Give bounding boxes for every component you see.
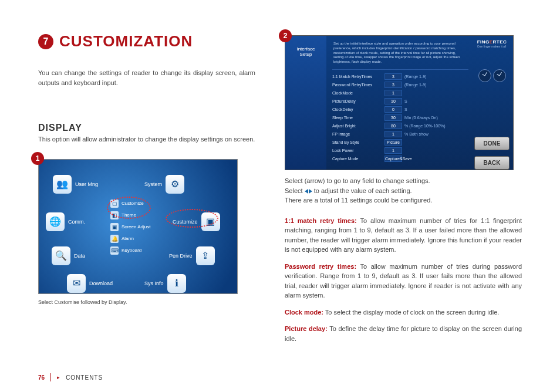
setting-label: PictureDelay bbox=[332, 99, 382, 103]
setting-note: % Both show bbox=[404, 132, 429, 136]
screenshot-2-main: Set up the initial interface style and o… bbox=[326, 36, 471, 170]
select-instructions: Select (arrow) to go to any field to cha… bbox=[285, 176, 522, 205]
setting-value[interactable]: 3 bbox=[384, 82, 402, 88]
menu-label: Data bbox=[74, 253, 85, 259]
menu-label: Sys Info bbox=[144, 281, 164, 286]
screenshot-1: 👥 User Mng System ⚙ 🌐 Comm. Customize ▣ … bbox=[38, 159, 238, 294]
gear-icon: ⚙ bbox=[166, 175, 184, 194]
settings-row: Adjust Bright80% (Range 10%-100%) bbox=[332, 123, 468, 129]
setting-value[interactable]: 80 bbox=[384, 123, 402, 129]
page-footer: 76 ▸ CONTENTS bbox=[0, 373, 560, 381]
info-icon: ℹ bbox=[167, 274, 186, 293]
highlight-ring-icon bbox=[166, 209, 218, 228]
clock-icon bbox=[478, 69, 491, 82]
settings-row: Stand By StylePicture bbox=[332, 139, 468, 146]
setting-label: FP Image bbox=[332, 132, 382, 136]
select-line-3: There are a total of 11 settings could b… bbox=[285, 197, 432, 204]
brand-tagline: One finger makes it all bbox=[477, 45, 507, 48]
setting-value[interactable]: 10 bbox=[384, 98, 402, 104]
para-clock-mode: Clock mode: To select the display mode o… bbox=[285, 307, 522, 317]
contents-link[interactable]: CONTENTS bbox=[66, 374, 103, 381]
settings-row: Capture ModeCapture&Save bbox=[332, 156, 468, 162]
setting-note: % (Range 10%-100%) bbox=[404, 124, 446, 128]
settings-row: Sleep Time30Min (0 Always On) bbox=[332, 114, 468, 121]
magnifier-icon: 🔍 bbox=[52, 246, 70, 265]
brand-logo: FINGERTEC bbox=[477, 39, 507, 45]
setting-label: Sleep Time bbox=[332, 116, 382, 120]
setting-label: ClockDelay bbox=[332, 107, 382, 111]
setting-note: Min (0 Always On) bbox=[404, 116, 438, 120]
settings-row: 1:1 Match RetryTimes3(Range 1-9) bbox=[332, 73, 468, 80]
para-label: Picture delay: bbox=[285, 325, 328, 332]
screen-icon: ▣ bbox=[110, 223, 119, 231]
chapter-title: CUSTOMIZATION bbox=[59, 32, 193, 50]
setting-value[interactable]: 1 bbox=[384, 90, 402, 96]
globe-icon: 🌐 bbox=[46, 212, 65, 231]
setting-value[interactable]: Picture bbox=[384, 139, 402, 146]
settings-row: Password RetryTimes3(Range 1-9) bbox=[332, 82, 468, 88]
select-line-1: Select (arrow) to go to any field to cha… bbox=[285, 177, 430, 184]
keyboard-icon: ⌨ bbox=[110, 246, 119, 255]
para-match-retry: 1:1 match retry times: To allow maximum … bbox=[285, 216, 522, 255]
submenu-label: Screen Adjust bbox=[122, 224, 150, 229]
para-label: Password retry times: bbox=[285, 263, 356, 270]
setting-label: Lock Power bbox=[332, 148, 382, 153]
screenshot-2-description: Set up the initial interface style and o… bbox=[332, 39, 468, 70]
select-line-2a: Select bbox=[285, 187, 305, 194]
caret-right-icon: ▸ bbox=[57, 374, 60, 380]
arrow-left-right-icon bbox=[305, 189, 312, 194]
setting-note: S bbox=[404, 107, 407, 111]
step-2-badge: 2 bbox=[279, 29, 292, 42]
screenshot-1-wrap: 1 👥 User Mng System ⚙ 🌐 Comm. Customize … bbox=[38, 159, 255, 319]
menu-item-system: System ⚙ bbox=[144, 175, 184, 194]
select-line-2b: to adjust the value of each setting. bbox=[314, 187, 412, 194]
screenshot-2-wrap: 2 Interface Setup Set up the initial int… bbox=[285, 35, 522, 176]
screenshot-2-sidebar: Interface Setup bbox=[285, 36, 326, 170]
menu-label: User Mng bbox=[75, 181, 98, 187]
para-label: 1:1 match retry times: bbox=[285, 217, 357, 224]
highlight-ring-icon bbox=[107, 197, 151, 219]
screenshot-2-rightpanel: FINGERTEC One finger makes it all DONE B… bbox=[471, 36, 513, 170]
menu-item-download: ✉ Download bbox=[67, 274, 113, 293]
menu-label: Pen Drive bbox=[169, 253, 193, 259]
setting-label: Password RetryTimes bbox=[332, 83, 382, 87]
menu-label: System bbox=[144, 181, 162, 187]
envelope-icon: ✉ bbox=[67, 274, 86, 293]
setting-value[interactable]: 1 bbox=[384, 147, 402, 154]
settings-row: Lock Power1 bbox=[332, 147, 468, 154]
setting-value[interactable]: 0 bbox=[384, 106, 402, 113]
usb-icon: ⇪ bbox=[196, 246, 215, 265]
sidebar-title: Setup bbox=[285, 52, 326, 57]
back-button[interactable]: BACK bbox=[474, 156, 510, 170]
setting-label: 1:1 Match RetryTimes bbox=[332, 75, 382, 79]
clock-icon bbox=[493, 69, 506, 82]
para-password-retry: Password retry times: To allow maximum n… bbox=[285, 262, 522, 300]
footer-divider bbox=[50, 373, 51, 381]
menu-label: Comm. bbox=[68, 219, 85, 225]
setting-note: S bbox=[404, 99, 407, 103]
settings-row: ClockDelay0S bbox=[332, 106, 468, 113]
menu-item-sysinfo: Sys Info ℹ bbox=[144, 274, 186, 293]
step-1-badge: 1 bbox=[31, 152, 44, 165]
menu-item-pendrive: Pen Drive ⇪ bbox=[169, 246, 215, 265]
menu-item-user-mng: 👥 User Mng bbox=[53, 175, 98, 194]
chapter-number-badge: 7 bbox=[38, 34, 53, 49]
setting-label: Stand By Style bbox=[332, 140, 382, 144]
submenu-label: Keyboard bbox=[122, 248, 141, 253]
setting-note: (Range 1-9) bbox=[404, 83, 426, 87]
setting-value[interactable]: 1 bbox=[384, 131, 402, 137]
screenshot-1-caption: Select Customise followed by Display. bbox=[38, 299, 255, 307]
sidebar-title: Interface bbox=[285, 46, 326, 52]
setting-value[interactable]: 3 bbox=[384, 73, 402, 80]
settings-row: ClockMode1 bbox=[332, 90, 468, 96]
done-button[interactable]: DONE bbox=[474, 137, 510, 150]
menu-item-comm: 🌐 Comm. bbox=[46, 212, 85, 231]
setting-value[interactable]: Capture&Save bbox=[384, 156, 402, 162]
menu-label: Download bbox=[89, 281, 113, 286]
setting-value[interactable]: 30 bbox=[384, 114, 402, 121]
setting-label: ClockMode bbox=[332, 91, 382, 95]
setting-label: Capture Mode bbox=[332, 157, 382, 161]
settings-row: PictureDelay10S bbox=[332, 98, 468, 104]
users-icon: 👥 bbox=[53, 175, 72, 194]
setting-note: (Range 1-9) bbox=[404, 75, 426, 79]
